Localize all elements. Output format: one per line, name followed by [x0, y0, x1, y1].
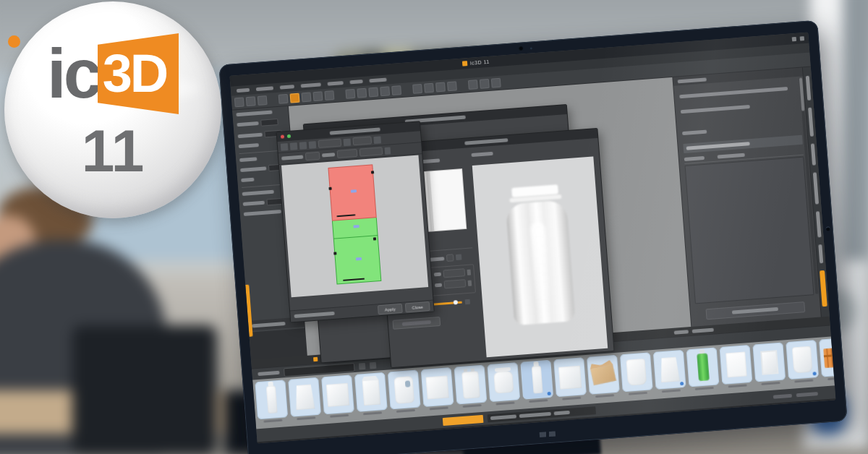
close-button[interactable]: Close	[405, 301, 430, 313]
height-field[interactable]	[443, 268, 465, 278]
page-select[interactable]	[352, 136, 372, 145]
monitor: ic3D 11	[218, 20, 847, 454]
library-thumbnail-crate[interactable]	[818, 338, 835, 381]
library-thumbnail-canister[interactable]	[454, 364, 488, 408]
toolbar-icon[interactable]	[491, 78, 501, 88]
version-number: 11	[4, 117, 221, 185]
view-mode-icon[interactable]	[370, 362, 377, 369]
dock-tab[interactable]	[808, 108, 814, 137]
property-field[interactable]	[260, 119, 278, 127]
load-material-button[interactable]	[705, 301, 805, 320]
toolbar-icon[interactable]	[480, 79, 490, 89]
saved-indicator-green	[287, 134, 291, 138]
stepper[interactable]	[467, 269, 471, 275]
material-list[interactable]	[685, 157, 814, 304]
dock-tab[interactable]	[818, 244, 823, 263]
menu-item[interactable]	[237, 88, 250, 93]
toolbar-icon[interactable]	[447, 81, 457, 91]
status-icon	[313, 357, 318, 361]
minimize-icon	[792, 36, 796, 40]
menu-item[interactable]	[301, 82, 321, 87]
preview-label	[471, 152, 493, 157]
left-panel-list[interactable]	[249, 328, 307, 360]
toolbar-icon[interactable]	[234, 97, 244, 107]
toolbar-icon[interactable]	[468, 80, 478, 90]
jar-preview-pane	[472, 156, 608, 357]
library-thumbnail-card[interactable]	[752, 342, 786, 385]
equipment	[72, 325, 217, 454]
library-thumbnail-bottle[interactable]	[519, 360, 554, 403]
library-thumbnail-box[interactable]	[420, 367, 455, 411]
right-panel	[672, 67, 820, 327]
bezel-button[interactable]	[825, 226, 830, 231]
logo-wedge: 3D	[98, 33, 179, 114]
menu-item[interactable]	[280, 85, 294, 89]
ic3d-logo: ic 3D	[4, 33, 221, 114]
app-title: ic3D 11	[470, 59, 490, 66]
toolbar-icon[interactable]	[302, 92, 312, 102]
apply-button[interactable]: Apply	[378, 304, 403, 315]
menu-item[interactable]	[349, 80, 362, 84]
toolbar-icon[interactable]	[345, 89, 355, 99]
toolbar-icon[interactable]	[357, 88, 367, 98]
dieline-panel-red[interactable]	[328, 164, 376, 220]
dock-tab[interactable]	[811, 143, 816, 165]
library-thumbnail-pouch[interactable]	[287, 377, 322, 421]
toolbar-icon[interactable]	[380, 86, 390, 96]
dock-tab[interactable]	[816, 211, 822, 237]
dieline-panel-green-large[interactable]	[333, 236, 382, 284]
offset-field[interactable]	[443, 279, 466, 288]
webcam	[519, 46, 524, 51]
library-thumbnail-sheet[interactable]	[719, 345, 754, 388]
monitor-brand-logo	[540, 431, 556, 437]
logo-i-dot	[8, 35, 20, 48]
filter-icon[interactable]	[359, 363, 366, 370]
app-icon	[462, 61, 468, 67]
render-status-badge[interactable]	[443, 414, 484, 425]
library-thumbnail-box[interactable]	[553, 357, 587, 401]
menu-item[interactable]	[256, 86, 273, 91]
dieline-canvas[interactable]	[281, 155, 428, 298]
toolbar-icon[interactable]	[324, 90, 334, 100]
artwork-window[interactable]: Apply Close	[276, 121, 434, 322]
toolbar-icon[interactable]	[258, 95, 268, 106]
preview-3d-button[interactable]	[392, 317, 441, 330]
library-thumbnail-jar[interactable]	[486, 362, 521, 406]
library-thumbnail-jug[interactable]	[387, 369, 422, 413]
toolbar-icon[interactable]	[424, 83, 434, 93]
toolbar-icon[interactable]	[435, 82, 446, 93]
toolbar-icon[interactable]	[290, 93, 300, 103]
library-thumbnail-carton[interactable]	[354, 372, 388, 416]
toolbar-icon[interactable]	[368, 87, 378, 97]
zoom-select[interactable]	[318, 139, 342, 148]
dock-tab[interactable]	[820, 270, 827, 307]
logo-ic-text: ic	[47, 39, 99, 108]
library-thumbnail-bag[interactable]	[785, 340, 820, 383]
library-thumbnail-box[interactable]	[320, 374, 355, 418]
refresh-icon[interactable]	[456, 254, 462, 260]
toolbar-icon[interactable]	[278, 94, 289, 104]
stepper[interactable]	[468, 280, 472, 286]
library-thumbnail-bottle[interactable]	[254, 380, 289, 423]
download-badge	[812, 372, 816, 375]
toolbar-icon[interactable]	[412, 84, 422, 94]
toolbar-icon[interactable]	[246, 96, 256, 106]
menu-item[interactable]	[328, 81, 344, 86]
jar-render	[504, 184, 575, 330]
slider-reset-icon[interactable]	[465, 299, 471, 305]
library-thumbnail-greenbottle[interactable]	[686, 347, 720, 390]
toolbar-icon[interactable]	[391, 85, 401, 95]
screen: ic3D 11	[229, 33, 835, 444]
library-thumbnail-bag[interactable]	[619, 352, 654, 395]
checkbox[interactable]	[446, 254, 454, 262]
toolbar-icon[interactable]	[312, 91, 323, 101]
dock-tab[interactable]	[806, 76, 812, 100]
window-controls[interactable]	[792, 36, 804, 41]
logo-3d-text: 3D	[103, 47, 167, 100]
menu-item[interactable]	[369, 78, 386, 83]
library-thumbnail-pouch[interactable]	[652, 350, 687, 393]
download-badge	[548, 392, 551, 395]
dock-tab[interactable]	[813, 172, 819, 204]
modified-indicator-red	[281, 134, 284, 138]
library-thumbnail-cardboard[interactable]	[586, 355, 621, 398]
